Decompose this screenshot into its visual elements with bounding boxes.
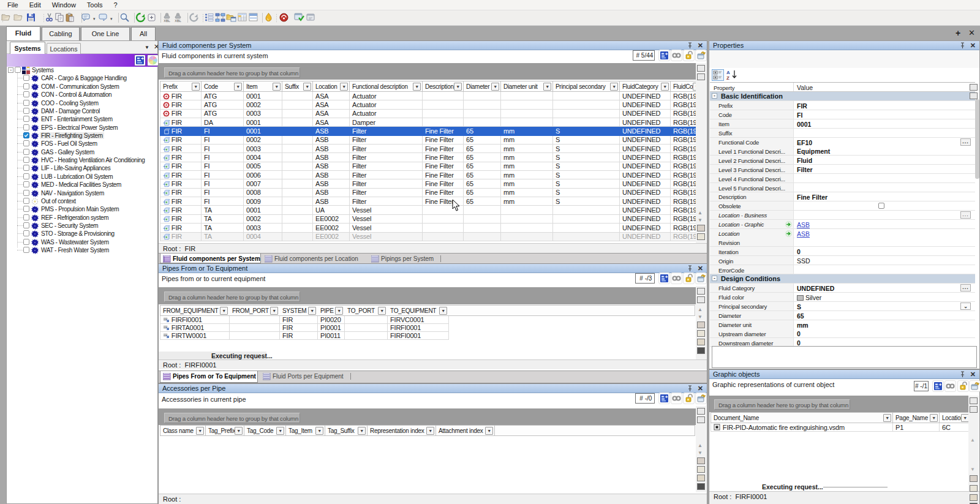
svg-text:XBL: XBL: [164, 19, 170, 23]
svg-text:A: A: [726, 70, 730, 75]
svg-text:Z: Z: [726, 75, 729, 80]
svg-text:XBL: XBL: [175, 19, 181, 23]
